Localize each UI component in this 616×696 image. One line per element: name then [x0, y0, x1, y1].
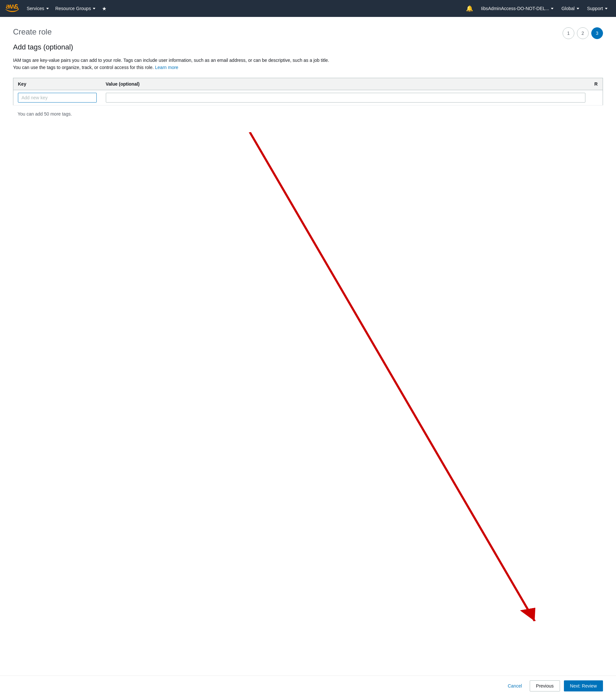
remove-column-header: R — [590, 78, 603, 90]
bell-icon: 🔔 — [466, 5, 473, 12]
account-label: IibsAdminAccess-DO-NOT-DEL... — [481, 6, 549, 11]
page-title: Create role — [13, 27, 603, 36]
account-chevron-icon — [551, 8, 553, 10]
main-content: 1 2 3 Create role Add tags (optional) IA… — [0, 17, 616, 696]
support-chevron-icon — [605, 8, 607, 10]
value-cell — [101, 90, 590, 105]
resource-groups-label: Resource Groups — [56, 6, 91, 11]
services-label: Services — [27, 6, 44, 11]
support-label: Support — [587, 6, 603, 11]
description-text: IAM tags are key-value pairs you can add… — [13, 57, 332, 71]
aws-logo[interactable] — [5, 4, 19, 13]
bell-nav[interactable]: 🔔 — [463, 3, 476, 14]
table-header-row: Key Value (optional) R — [13, 78, 603, 90]
action-bar: Cancel Previous Next: Review — [0, 676, 616, 696]
step-1-circle[interactable]: 1 — [563, 27, 574, 39]
key-input[interactable] — [18, 93, 97, 102]
cancel-button[interactable]: Cancel — [504, 681, 526, 691]
step-indicators: 1 2 3 — [563, 27, 603, 39]
key-column-header: Key — [13, 78, 101, 90]
services-chevron-icon — [46, 8, 49, 10]
step-3-circle[interactable]: 3 — [591, 27, 603, 39]
next-review-button[interactable]: Next: Review — [564, 680, 603, 692]
top-navbar: Services Resource Groups ★ 🔔 IibsAdminAc… — [0, 0, 616, 17]
account-nav[interactable]: IibsAdminAccess-DO-NOT-DEL... — [478, 4, 557, 13]
region-label: Global — [561, 6, 574, 11]
svg-line-1 — [250, 132, 535, 621]
section-heading: Add tags (optional) — [13, 43, 603, 51]
step-1-label: 1 — [567, 31, 570, 36]
annotation-arrow — [0, 34, 616, 696]
table-row — [13, 90, 603, 105]
region-chevron-icon — [576, 8, 579, 10]
remove-cell — [590, 90, 603, 105]
resource-groups-chevron-icon — [93, 8, 95, 10]
step-3-label: 3 — [596, 31, 598, 36]
bookmarks-nav[interactable]: ★ — [99, 4, 110, 14]
star-icon: ★ — [102, 5, 107, 12]
tags-table: Key Value (optional) R — [13, 78, 603, 106]
value-input[interactable] — [106, 93, 585, 102]
step-2-label: 2 — [582, 31, 584, 36]
learn-more-link[interactable]: Learn more — [155, 65, 178, 70]
services-nav[interactable]: Services — [23, 4, 52, 13]
key-cell — [13, 90, 101, 105]
step-2-circle[interactable]: 2 — [577, 27, 589, 39]
previous-button[interactable]: Previous — [530, 680, 560, 692]
support-nav[interactable]: Support — [584, 4, 611, 13]
resource-groups-nav[interactable]: Resource Groups — [52, 4, 99, 13]
region-nav[interactable]: Global — [558, 4, 582, 13]
value-column-header: Value (optional) — [101, 78, 590, 90]
tags-hint: You can add 50 more tags. — [13, 109, 603, 118]
